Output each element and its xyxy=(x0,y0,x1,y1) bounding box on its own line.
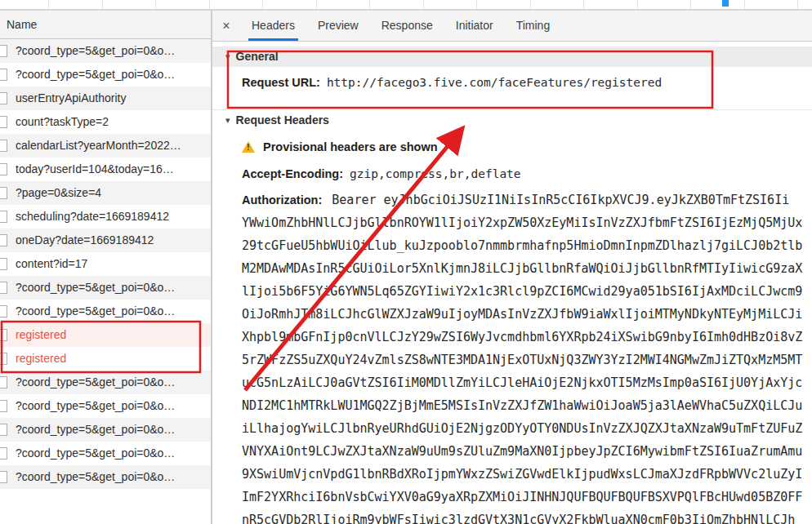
file-icon xyxy=(0,211,7,223)
details-tab-bar: × HeadersPreviewResponseInitiatorTiming xyxy=(212,11,812,42)
requests-table: Name ?coord_type=5&get_poi=0&o…?coord_ty… xyxy=(0,11,212,524)
file-icon xyxy=(0,92,7,104)
request-name: scheduling?date=1669189412 xyxy=(16,205,169,229)
request-row[interactable]: ?page=0&size=4 xyxy=(0,181,211,205)
overview-strip xyxy=(0,0,812,11)
request-row[interactable]: scheduling?date=1669189412 xyxy=(0,205,211,229)
file-icon xyxy=(0,140,7,152)
request-name: userEntryApiAuthority xyxy=(16,87,126,110)
authorization-token-line: lIjoi5b6F5YiG6YWN5Lq65ZGYIiwiY2x1c3Rlcl9… xyxy=(242,280,812,303)
request-row[interactable]: ?coord_type=5&get_poi=0&o… xyxy=(0,371,211,394)
request-row[interactable]: ?coord_type=5&get_poi=0&o… xyxy=(0,442,211,465)
file-icon xyxy=(0,258,7,270)
request-row[interactable]: ?coord_type=5&get_poi=0&o… xyxy=(0,394,211,418)
authorization-token-line: iLlhajogYwiLCJlbnRyeURhdGUiOjE2NjgzODYyO… xyxy=(242,417,812,440)
request-name: ?coord_type=5&get_poi=0&o… xyxy=(16,442,175,465)
close-icon[interactable]: × xyxy=(212,11,240,41)
overview-grid-tick xyxy=(102,0,103,9)
overview-grid-tick xyxy=(690,0,691,9)
file-icon xyxy=(0,305,7,318)
file-icon xyxy=(0,234,7,246)
section-collapse-icon: ▾ xyxy=(225,47,230,67)
file-icon xyxy=(0,400,7,412)
tab-list: HeadersPreviewResponseInitiatorTiming xyxy=(240,11,561,41)
file-icon xyxy=(0,69,7,81)
section-header-request-headers[interactable]: ▾ Request Headers xyxy=(212,110,812,130)
request-name: oneDay?date=1669189412 xyxy=(16,229,154,252)
file-icon xyxy=(0,187,7,199)
request-name: content?id=17 xyxy=(16,252,87,276)
file-icon xyxy=(0,282,7,294)
tab-initiator[interactable]: Initiator xyxy=(444,11,505,41)
request-name: ?coord_type=5&get_poi=0&o… xyxy=(16,465,175,489)
request-row[interactable]: ?coord_type=5&get_poi=0&o… xyxy=(0,418,211,442)
overview-grid-tick xyxy=(797,0,798,9)
authorization-token-line: Xhpbl9mbGFnIjp0cnVlLCJzY29wZSI6WyJvcmdhb… xyxy=(242,326,812,349)
authorization-label: Authorization: xyxy=(242,193,322,206)
request-row[interactable]: ?coord_type=5&get_poi=0&o… xyxy=(0,465,211,489)
authorization-token-line: nR5cGVDb2RlIjoiRm9ybWFsIiwic3lzdGVtX3N1c… xyxy=(242,508,812,524)
request-row[interactable]: ?coord_type=5&get_poi=0&o… xyxy=(0,63,211,87)
file-icon xyxy=(0,376,7,389)
overview-grid-tick xyxy=(209,0,210,9)
overview-grid-tick xyxy=(744,0,745,9)
authorization-row: Authorization: Bearer eyJhbGciOiJSUzI1Ni… xyxy=(212,189,812,524)
request-headers-section-title: Request Headers xyxy=(236,110,329,131)
tab-preview[interactable]: Preview xyxy=(306,11,370,41)
request-name: ?coord_type=5&get_poi=0&o… xyxy=(16,371,175,394)
request-row[interactable]: count?taskType=2 xyxy=(0,110,211,134)
authorization-token-line: Bearer eyJhbGciOiJSUzI1NiIsInR5cCI6IkpXV… xyxy=(332,193,789,207)
request-url-label: Request URL: xyxy=(242,73,320,92)
request-row[interactable]: userEntryApiAuthority xyxy=(0,87,211,110)
authorization-token-line: VNYXAiOnt9LCJwZXJtaXNzaW9uUm9sZUluZm9MaX… xyxy=(242,440,812,463)
request-name: ?coord_type=5&get_poi=0&o… xyxy=(16,300,175,323)
accept-encoding-label: Accept-Encoding: xyxy=(242,164,343,184)
accept-encoding-value: gzip,compress,br,deflate xyxy=(350,164,521,184)
request-name: ?coord_type=5&get_poi=0&o… xyxy=(16,394,175,418)
warning-text: Provisional headers are shown xyxy=(263,140,438,153)
warning-icon xyxy=(242,141,255,153)
request-name: calendarList?yearMonth=2022… xyxy=(16,134,181,158)
request-row[interactable]: today?userId=104&today=16… xyxy=(0,158,211,181)
network-split-view: Name ?coord_type=5&get_poi=0&o…?coord_ty… xyxy=(0,11,812,524)
request-name: ?page=0&size=4 xyxy=(16,181,101,205)
file-icon xyxy=(0,471,7,483)
authorization-token-line: ImF2YXRhciI6bnVsbCwiYXV0aG9yaXRpZXMiOiJI… xyxy=(242,486,812,508)
request-row[interactable]: ?coord_type=5&get_poi=0&o… xyxy=(0,39,211,63)
authorization-first-line: Authorization: Bearer eyJhbGciOiJSUzI1Ni… xyxy=(242,189,812,211)
request-row[interactable]: ?coord_type=5&get_poi=0&o… xyxy=(0,300,211,323)
authorization-token-line: 9XSwiUmVjcnVpdG1lbnRBdXRoIjpmYWxzZSwiZGV… xyxy=(242,463,812,486)
authorization-token-line: 29tcGFueU5hbWUiOiLlub_kuJzpooblo7nmmbrmh… xyxy=(242,234,812,257)
request-row[interactable]: registered xyxy=(0,323,211,347)
file-icon xyxy=(0,447,7,460)
tab-response[interactable]: Response xyxy=(370,11,444,41)
devtools-network-panel: Name ?coord_type=5&get_poi=0&o…?coord_ty… xyxy=(0,0,812,524)
request-name: today?userId=104&today=16… xyxy=(16,158,174,181)
overview-grid-tick xyxy=(530,0,531,9)
authorization-token-line: M2MDAwMDAsInR5cGUiOiLor5XnlKjmnJ8iLCJjbG… xyxy=(242,257,812,280)
authorization-token-line: YWwiOmZhbHNlLCJjbGllbnROYW1lIjoiY2xpZW50… xyxy=(242,211,812,234)
file-icon xyxy=(0,45,7,57)
file-icon xyxy=(0,116,7,128)
authorization-token-lines: YWwiOmZhbHNlLCJjbGllbnROYW1lIjoiY2xpZW50… xyxy=(242,211,812,524)
authorization-token-line: OiJoRmhJTm8iLCJhcGlWZXJzaW9uIjoyMDAsInVz… xyxy=(242,303,812,326)
request-name: ?coord_type=5&get_poi=0&o… xyxy=(16,63,175,87)
tab-headers[interactable]: Headers xyxy=(240,11,306,41)
request-row[interactable]: ?coord_type=5&get_poi=0&o… xyxy=(0,276,211,300)
tab-timing[interactable]: Timing xyxy=(505,11,562,41)
section-header-general[interactable]: ▾ General xyxy=(212,47,812,67)
request-list: ?coord_type=5&get_poi=0&o…?coord_type=5&… xyxy=(0,39,211,489)
column-header-name[interactable]: Name xyxy=(0,11,211,39)
overview-grid-tick xyxy=(476,0,477,9)
file-icon xyxy=(0,424,7,436)
request-details-panel: × HeadersPreviewResponseInitiatorTiming … xyxy=(212,11,812,524)
request-row[interactable]: oneDay?date=1669189412 xyxy=(0,229,211,252)
request-name: registered xyxy=(16,347,66,371)
request-row[interactable]: content?id=17 xyxy=(0,252,211,276)
authorization-token-line: 5rZWFzZS5uZXQuY24vZmlsZS8wNTE3MDA1NjExOT… xyxy=(242,349,812,371)
request-row[interactable]: registered xyxy=(0,347,211,371)
request-name: registered xyxy=(16,323,66,347)
file-icon xyxy=(0,329,7,341)
overview-marker xyxy=(722,0,729,7)
request-row[interactable]: calendarList?yearMonth=2022… xyxy=(0,134,211,158)
